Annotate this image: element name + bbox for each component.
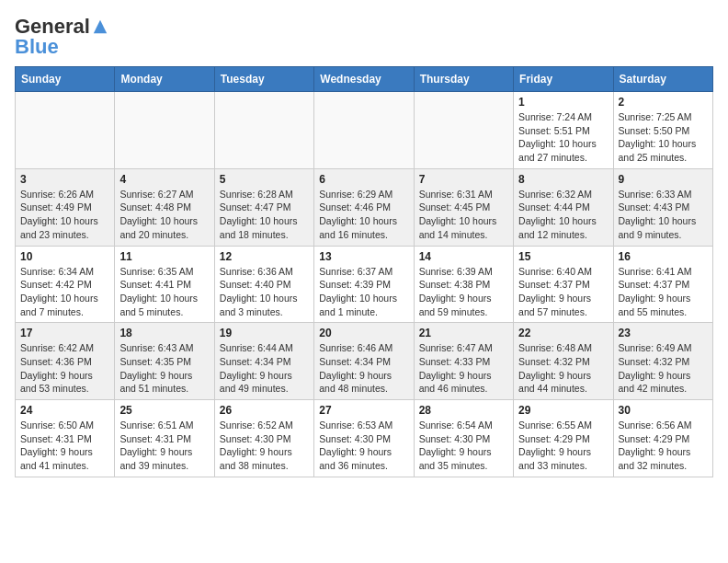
calendar-day-cell: 9Sunrise: 6:33 AMSunset: 4:43 PMDaylight… — [613, 168, 712, 246]
day-number: 5 — [220, 173, 309, 186]
calendar-day-cell: 28Sunrise: 6:54 AMSunset: 4:30 PMDayligh… — [414, 400, 513, 477]
calendar-day-cell: 10Sunrise: 6:34 AMSunset: 4:42 PMDayligh… — [16, 246, 115, 323]
logo-blue-text: Blue — [15, 35, 59, 59]
calendar-day-cell: 21Sunrise: 6:47 AMSunset: 4:33 PMDayligh… — [414, 323, 513, 400]
calendar-day-cell: 26Sunrise: 6:52 AMSunset: 4:30 PMDayligh… — [214, 400, 313, 477]
weekday-header-row: SundayMondayTuesdayWednesdayThursdayFrid… — [16, 67, 713, 92]
calendar-day-cell: 19Sunrise: 6:44 AMSunset: 4:34 PMDayligh… — [214, 323, 313, 400]
weekday-header-cell: Sunday — [16, 67, 115, 92]
day-number: 30 — [619, 404, 708, 417]
calendar-week-row: 3Sunrise: 6:26 AMSunset: 4:49 PMDaylight… — [16, 168, 713, 246]
calendar-day-cell: 2Sunrise: 7:25 AMSunset: 5:50 PMDaylight… — [613, 92, 712, 169]
weekday-header-cell: Saturday — [613, 67, 712, 92]
calendar-day-cell: 22Sunrise: 6:48 AMSunset: 4:32 PMDayligh… — [514, 323, 613, 400]
day-number: 18 — [119, 327, 209, 339]
day-number: 11 — [119, 250, 209, 263]
weekday-header-cell: Monday — [115, 67, 214, 92]
day-number: 4 — [119, 173, 209, 186]
day-info: Sunrise: 6:36 AMSunset: 4:40 PMDaylight:… — [220, 265, 309, 319]
day-number: 8 — [518, 173, 608, 186]
calendar-day-cell: 13Sunrise: 6:37 AMSunset: 4:39 PMDayligh… — [314, 246, 414, 323]
day-info: Sunrise: 6:27 AMSunset: 4:48 PMDaylight:… — [119, 188, 209, 242]
day-number: 15 — [518, 250, 608, 263]
weekday-header-cell: Wednesday — [314, 67, 414, 92]
day-info: Sunrise: 6:39 AMSunset: 4:38 PMDaylight:… — [419, 265, 508, 319]
day-info: Sunrise: 6:32 AMSunset: 4:44 PMDaylight:… — [518, 188, 608, 242]
day-number: 17 — [20, 327, 109, 339]
calendar-day-cell: 11Sunrise: 6:35 AMSunset: 4:41 PMDayligh… — [115, 246, 214, 323]
calendar-day-cell: 8Sunrise: 6:32 AMSunset: 4:44 PMDaylight… — [514, 168, 613, 246]
day-info: Sunrise: 6:53 AMSunset: 4:30 PMDaylight:… — [319, 419, 408, 473]
logo: General Blue — [15, 15, 108, 59]
day-number: 16 — [619, 250, 708, 263]
weekday-header-cell: Friday — [514, 67, 613, 92]
day-number: 23 — [619, 327, 708, 339]
calendar-day-cell: 29Sunrise: 6:55 AMSunset: 4:29 PMDayligh… — [514, 400, 613, 477]
day-info: Sunrise: 6:34 AMSunset: 4:42 PMDaylight:… — [20, 265, 109, 319]
day-info: Sunrise: 6:41 AMSunset: 4:37 PMDaylight:… — [619, 265, 708, 319]
calendar-day-cell: 14Sunrise: 6:39 AMSunset: 4:38 PMDayligh… — [414, 246, 513, 323]
day-number: 1 — [518, 96, 608, 109]
calendar-table: SundayMondayTuesdayWednesdayThursdayFrid… — [15, 66, 713, 477]
day-info: Sunrise: 6:40 AMSunset: 4:37 PMDaylight:… — [518, 265, 608, 319]
day-info: Sunrise: 6:50 AMSunset: 4:31 PMDaylight:… — [20, 419, 109, 473]
day-number: 2 — [619, 96, 708, 109]
day-number: 21 — [419, 327, 508, 339]
day-number: 3 — [20, 173, 109, 186]
day-number: 9 — [619, 173, 708, 186]
calendar-day-cell: 5Sunrise: 6:28 AMSunset: 4:47 PMDaylight… — [214, 168, 313, 246]
day-info: Sunrise: 6:31 AMSunset: 4:45 PMDaylight:… — [419, 188, 508, 242]
day-info: Sunrise: 6:26 AMSunset: 4:49 PMDaylight:… — [20, 188, 109, 242]
day-info: Sunrise: 6:55 AMSunset: 4:29 PMDaylight:… — [518, 419, 608, 473]
calendar-day-cell: 6Sunrise: 6:29 AMSunset: 4:46 PMDaylight… — [314, 168, 414, 246]
day-number: 24 — [20, 404, 109, 417]
calendar-day-cell — [414, 92, 513, 169]
day-info: Sunrise: 6:51 AMSunset: 4:31 PMDaylight:… — [119, 419, 209, 473]
day-info: Sunrise: 6:56 AMSunset: 4:29 PMDaylight:… — [619, 419, 708, 473]
day-number: 6 — [319, 173, 408, 186]
day-number: 25 — [119, 404, 209, 417]
calendar-day-cell: 27Sunrise: 6:53 AMSunset: 4:30 PMDayligh… — [314, 400, 414, 477]
day-info: Sunrise: 6:37 AMSunset: 4:39 PMDaylight:… — [319, 265, 408, 319]
calendar-body: 1Sunrise: 7:24 AMSunset: 5:51 PMDaylight… — [16, 92, 713, 477]
calendar-day-cell: 7Sunrise: 6:31 AMSunset: 4:45 PMDaylight… — [414, 168, 513, 246]
calendar-day-cell: 1Sunrise: 7:24 AMSunset: 5:51 PMDaylight… — [514, 92, 613, 169]
calendar-day-cell: 15Sunrise: 6:40 AMSunset: 4:37 PMDayligh… — [514, 246, 613, 323]
day-number: 29 — [518, 404, 608, 417]
day-info: Sunrise: 6:44 AMSunset: 4:34 PMDaylight:… — [220, 341, 309, 396]
svg-marker-0 — [94, 20, 107, 33]
day-number: 22 — [518, 327, 608, 339]
calendar-day-cell: 25Sunrise: 6:51 AMSunset: 4:31 PMDayligh… — [115, 400, 214, 477]
calendar-day-cell: 12Sunrise: 6:36 AMSunset: 4:40 PMDayligh… — [214, 246, 313, 323]
calendar-day-cell: 4Sunrise: 6:27 AMSunset: 4:48 PMDaylight… — [115, 168, 214, 246]
calendar-day-cell — [214, 92, 313, 169]
calendar-day-cell: 16Sunrise: 6:41 AMSunset: 4:37 PMDayligh… — [613, 246, 712, 323]
day-info: Sunrise: 6:47 AMSunset: 4:33 PMDaylight:… — [419, 341, 508, 396]
calendar-week-row: 1Sunrise: 7:24 AMSunset: 5:51 PMDaylight… — [16, 92, 713, 169]
calendar-week-row: 24Sunrise: 6:50 AMSunset: 4:31 PMDayligh… — [16, 400, 713, 477]
day-info: Sunrise: 6:33 AMSunset: 4:43 PMDaylight:… — [619, 188, 708, 242]
weekday-header-cell: Thursday — [414, 67, 513, 92]
day-number: 7 — [419, 173, 508, 186]
day-info: Sunrise: 6:46 AMSunset: 4:34 PMDaylight:… — [319, 341, 408, 396]
weekday-header-cell: Tuesday — [214, 67, 313, 92]
logo-icon — [92, 18, 108, 35]
calendar-day-cell — [16, 92, 115, 169]
page-header: General Blue — [15, 15, 713, 59]
calendar-day-cell: 17Sunrise: 6:42 AMSunset: 4:36 PMDayligh… — [16, 323, 115, 400]
calendar-day-cell: 18Sunrise: 6:43 AMSunset: 4:35 PMDayligh… — [115, 323, 214, 400]
calendar-day-cell: 3Sunrise: 6:26 AMSunset: 4:49 PMDaylight… — [16, 168, 115, 246]
calendar-day-cell — [115, 92, 214, 169]
calendar-day-cell: 24Sunrise: 6:50 AMSunset: 4:31 PMDayligh… — [16, 400, 115, 477]
calendar-day-cell: 20Sunrise: 6:46 AMSunset: 4:34 PMDayligh… — [314, 323, 414, 400]
day-number: 28 — [419, 404, 508, 417]
day-info: Sunrise: 6:28 AMSunset: 4:47 PMDaylight:… — [220, 188, 309, 242]
day-info: Sunrise: 7:24 AMSunset: 5:51 PMDaylight:… — [518, 110, 608, 165]
day-number: 26 — [220, 404, 309, 417]
day-number: 12 — [220, 250, 309, 263]
day-info: Sunrise: 6:35 AMSunset: 4:41 PMDaylight:… — [119, 265, 209, 319]
calendar-week-row: 17Sunrise: 6:42 AMSunset: 4:36 PMDayligh… — [16, 323, 713, 400]
day-info: Sunrise: 6:42 AMSunset: 4:36 PMDaylight:… — [20, 341, 109, 396]
calendar-day-cell: 23Sunrise: 6:49 AMSunset: 4:32 PMDayligh… — [613, 323, 712, 400]
day-info: Sunrise: 6:48 AMSunset: 4:32 PMDaylight:… — [518, 341, 608, 396]
